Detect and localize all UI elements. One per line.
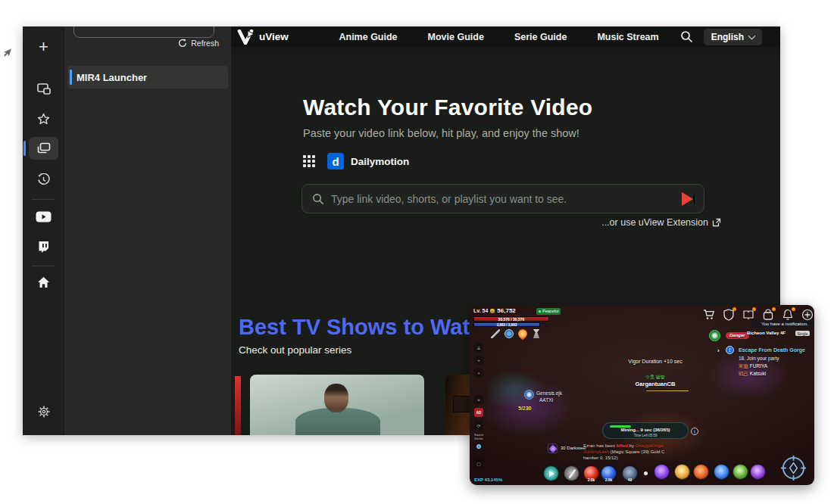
- skill-button-6[interactable]: [750, 464, 766, 480]
- carousel-accent-bar: [235, 376, 241, 435]
- guild-emblem-icon[interactable]: [709, 330, 720, 341]
- plus-icon[interactable]: +: [474, 356, 483, 365]
- panel-search-box[interactable]: [73, 26, 214, 38]
- star-icon: [37, 113, 50, 125]
- bookmarks-button[interactable]: [29, 107, 58, 130]
- youtube-ad-icon[interactable]: AD: [474, 408, 483, 417]
- expand-menu-icon[interactable]: [801, 309, 814, 321]
- skill-button-4[interactable]: [714, 464, 729, 480]
- search-button[interactable]: [680, 30, 693, 43]
- auto-battle-button[interactable]: [543, 465, 559, 481]
- browser-sidebar: +: [23, 26, 64, 435]
- level-label: Lv. 54: [473, 308, 488, 313]
- mining-label: Mining... 9 sec (36/265): [603, 428, 688, 432]
- skill-button-5[interactable]: [732, 464, 748, 480]
- tab-item-label: MIR4 Launcher: [77, 72, 147, 83]
- youtube-button[interactable]: [29, 205, 58, 228]
- mining-progress: Mining... 9 sec (36/265) Time Left 05:59…: [602, 422, 689, 439]
- status-dot-icon: [539, 310, 541, 313]
- hp-value: 30,576 / 30,576: [474, 317, 548, 322]
- channel-tag: Single: [795, 331, 810, 336]
- history-button[interactable]: [29, 168, 58, 191]
- apps-grid-icon[interactable]: [303, 155, 315, 167]
- video-link-input[interactable]: [331, 193, 682, 205]
- bag-icon[interactable]: [762, 309, 774, 321]
- buff-row: [491, 329, 541, 338]
- flame-buff-icon: [517, 328, 529, 341]
- brand[interactable]: uView: [237, 30, 289, 45]
- globe-buff-icon: [504, 329, 514, 338]
- info-icon[interactable]: i: [691, 428, 698, 435]
- language-label: English: [711, 32, 744, 42]
- tab-item-mir4-launcher[interactable]: MIR4 Launcher: [67, 66, 228, 89]
- target-lock-button[interactable]: [780, 455, 807, 481]
- new-tab-button[interactable]: +: [29, 36, 58, 58]
- gear-icon: [38, 406, 50, 418]
- item-slot-button[interactable]: 49: [622, 465, 638, 481]
- quest-collapse-chevron[interactable]: ›: [717, 347, 720, 354]
- language-selector[interactable]: English: [704, 29, 762, 45]
- tabs-button[interactable]: [29, 137, 58, 160]
- slot-separator-dot: [644, 471, 648, 475]
- mode-badge: Peaceful: [536, 308, 561, 315]
- overlay-side-column: ♙ + • » AD ⟳ Switch Decks ▢: [473, 343, 485, 468]
- history-icon: [37, 173, 50, 186]
- site-header: uView Anime Guide Movie Guide Serie Guid…: [231, 26, 780, 47]
- quest-step: 18. Join your party: [739, 356, 779, 361]
- mp-potion-button[interactable]: 2.6k: [601, 465, 617, 481]
- camera-icon[interactable]: ▢: [474, 459, 483, 468]
- hp-bar: 30,576 / 30,576: [473, 316, 549, 322]
- home-icon: [37, 276, 50, 288]
- shows-section-subtitle: Check out popular series: [239, 344, 351, 356]
- nav-anime-guide[interactable]: Anime Guide: [339, 32, 397, 42]
- home-button[interactable]: [29, 271, 58, 294]
- platform-selector-row: d Dailymotion: [303, 153, 409, 170]
- sidebar-divider: [32, 199, 55, 200]
- extension-link[interactable]: ...or use uView Extension: [601, 217, 721, 228]
- hp-potion-button[interactable]: 2.8k: [583, 465, 599, 481]
- nav-music-stream[interactable]: Music Stream: [597, 32, 658, 42]
- refresh-button[interactable]: Refresh: [178, 39, 219, 48]
- potion-count: 2.8k: [584, 478, 598, 482]
- nav-serie-guide[interactable]: Serie Guide: [514, 32, 567, 42]
- stacked-tabs-icon: [37, 142, 51, 154]
- game-overlay-window[interactable]: Lv. 54 56,752 Peaceful 30,576 / 30,576 3…: [470, 305, 814, 485]
- show-thumbnail-1[interactable]: [250, 375, 424, 435]
- time-left-label: Time Left 05:59: [603, 434, 688, 437]
- nav-movie-guide[interactable]: Movie Guide: [428, 32, 484, 42]
- skill-button-1[interactable]: [654, 464, 670, 480]
- dailymotion-logo-icon[interactable]: d: [327, 153, 344, 170]
- settings-button[interactable]: [29, 400, 58, 423]
- switch-decks-icon[interactable]: ⟳: [474, 421, 483, 430]
- extension-label: ...or use uView Extension: [601, 217, 708, 228]
- party-icon[interactable]: ♙: [474, 343, 483, 352]
- exp-label: EXP 43.145%: [474, 478, 502, 482]
- play-button[interactable]: [682, 192, 695, 206]
- emblem-icon[interactable]: [723, 309, 735, 321]
- switch-decks-label: Switch Decks: [473, 434, 485, 440]
- active-tab-accent: [70, 70, 72, 85]
- location-label: Bicheon Valley 4F: [747, 331, 786, 335]
- notification-dot: [772, 307, 776, 311]
- bell-icon[interactable]: [782, 309, 794, 321]
- chevron-down-icon: [748, 32, 756, 39]
- quest-title[interactable]: Escape From Death Gorge: [739, 347, 805, 353]
- workspaces-button[interactable]: [29, 78, 58, 101]
- shop-cart-icon[interactable]: [703, 309, 715, 321]
- skill-button-3[interactable]: [693, 464, 709, 480]
- potion-count: 2.6k: [601, 478, 616, 482]
- killfeed-line-2: ZunlimyLash (Magic Square (39) Gold C: [583, 450, 664, 454]
- notification-dot: [752, 307, 756, 311]
- record-dot-icon[interactable]: [476, 444, 481, 449]
- loot-item-icon: [548, 443, 558, 453]
- mouse-cursor-icon: [2, 47, 12, 59]
- skill-button-2[interactable]: [674, 464, 690, 480]
- gather-counter: 5/230: [518, 406, 532, 411]
- killfeed-line-3: hamber 0, 15/12): [583, 456, 618, 460]
- platform-label[interactable]: Dailymotion: [351, 156, 409, 167]
- weapon-slot-button[interactable]: [564, 465, 579, 481]
- chevrons-icon[interactable]: »: [474, 395, 483, 404]
- twitch-button[interactable]: [29, 235, 58, 258]
- headset-icon[interactable]: •: [474, 369, 483, 378]
- book-icon[interactable]: [742, 309, 754, 321]
